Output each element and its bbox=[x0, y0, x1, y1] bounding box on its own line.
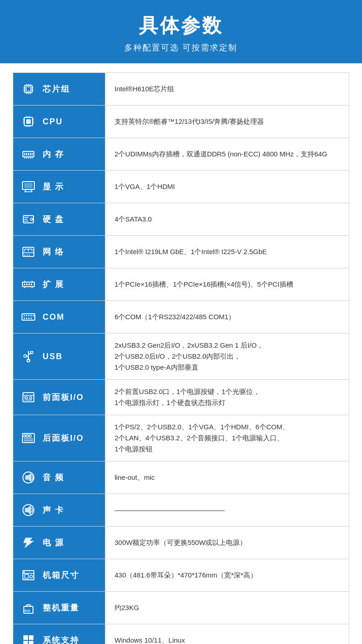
chassis-icon bbox=[19, 566, 38, 585]
audio-icon bbox=[19, 468, 38, 487]
expansion-icon bbox=[19, 275, 38, 294]
spec-row-display: 显 示1个VGA、1个HDMI bbox=[13, 170, 349, 203]
spec-value-com: 6个COM（1个RS232/422/485 COM1） bbox=[105, 301, 349, 333]
network-icon bbox=[19, 242, 38, 261]
spec-label-text-storage: 硬 盘 bbox=[43, 214, 64, 225]
spec-row-power: 电 源300W额定功率（可更换550W或以上电源） bbox=[13, 526, 349, 559]
spec-label-chipset: 芯片组 bbox=[13, 73, 105, 105]
spec-value-os: Windows 10/11、Linux bbox=[105, 624, 349, 644]
spec-label-text-weight: 整机重量 bbox=[43, 602, 79, 613]
spec-label-display: 显 示 bbox=[13, 171, 105, 203]
spec-row-chipset: 芯片组Intel®H610E芯片组 bbox=[13, 72, 349, 105]
spec-label-text-rear-panel: 后面板I/O bbox=[43, 433, 84, 444]
svg-rect-33 bbox=[32, 153, 33, 155]
svg-rect-60 bbox=[26, 283, 27, 285]
spec-label-text-com: COM bbox=[43, 312, 65, 322]
spec-label-usb: USB bbox=[13, 333, 105, 379]
svg-rect-31 bbox=[28, 153, 29, 155]
svg-rect-90 bbox=[27, 435, 28, 437]
front-panel-icon bbox=[19, 388, 38, 407]
svg-rect-107 bbox=[23, 641, 28, 644]
spec-label-cpu: CPU bbox=[13, 105, 105, 138]
spec-label-text-front-panel: 前面板I/O bbox=[43, 392, 84, 403]
spec-value-front-panel: 2个前置USB2.0口，1个电源按键，1个光驱位，1个电源指示灯，1个硬盘状态指… bbox=[105, 380, 349, 415]
display-icon bbox=[19, 177, 38, 196]
spec-value-expansion: 1个PCIe×16插槽、1个PCIe×16插槽(×4信号)、5个PCI插槽 bbox=[105, 268, 349, 300]
spec-row-com: COM6个COM（1个RS232/422/485 COM1） bbox=[13, 300, 349, 333]
spec-value-display: 1个VGA、1个HDMI bbox=[105, 171, 349, 203]
chipset-icon bbox=[19, 79, 38, 99]
svg-rect-1 bbox=[26, 87, 31, 91]
svg-point-102 bbox=[30, 575, 33, 578]
page-subtitle: 多种配置可选 可按需求定制 bbox=[9, 42, 353, 53]
soundcard-icon bbox=[19, 500, 38, 520]
spec-row-soundcard: 声 卡———————————————— bbox=[13, 494, 349, 527]
power-icon bbox=[19, 533, 38, 552]
spec-label-text-power: 电 源 bbox=[43, 537, 64, 548]
spec-row-cpu: CPU支持英特尔®酷睿™12/13代I3/I5/奔腾/赛扬处理器 bbox=[13, 105, 349, 138]
svg-marker-95 bbox=[26, 473, 31, 482]
svg-rect-32 bbox=[30, 153, 31, 155]
spec-label-text-chipset: 芯片组 bbox=[43, 83, 70, 94]
weight-icon: KG bbox=[19, 598, 38, 617]
svg-rect-61 bbox=[28, 283, 30, 285]
spec-label-rear-panel: 后面板I/O bbox=[13, 415, 105, 461]
spec-label-text-usb: USB bbox=[43, 352, 63, 361]
usb-icon bbox=[19, 347, 38, 366]
header: 具体参数 多种配置可选 可按需求定制 bbox=[0, 0, 362, 63]
svg-rect-101 bbox=[25, 574, 28, 578]
spec-label-text-expansion: 扩 展 bbox=[43, 279, 64, 290]
spec-label-front-panel: 前面板I/O bbox=[13, 380, 105, 415]
spec-label-storage: 硬 盘 bbox=[13, 203, 105, 235]
spec-row-storage: 硬 盘4个SATA3.0 bbox=[13, 203, 349, 236]
svg-point-74 bbox=[26, 318, 27, 319]
spec-row-memory: 内 存2个UDIMMs内存插槽，双通道DDR5 (non-ECC) 4800 M… bbox=[13, 138, 349, 171]
svg-point-100 bbox=[24, 572, 25, 573]
spec-value-network: 1个Intel® I219LM GbE、1个Intel® I225-V 2.5G… bbox=[105, 236, 349, 268]
com-icon bbox=[19, 307, 38, 327]
page-title: 具体参数 bbox=[9, 13, 353, 39]
spec-row-os: 系统支持Windows 10/11、Linux bbox=[13, 624, 349, 644]
svg-rect-91 bbox=[29, 435, 31, 437]
svg-point-45 bbox=[31, 218, 33, 221]
svg-rect-43 bbox=[24, 183, 33, 188]
spec-label-os: 系统支持 bbox=[13, 624, 105, 644]
rear-panel-icon bbox=[19, 428, 38, 448]
svg-marker-97 bbox=[25, 506, 31, 514]
spec-row-expansion: 扩 展1个PCIe×16插槽、1个PCIe×16插槽(×4信号)、5个PCI插槽 bbox=[13, 268, 349, 301]
spec-label-text-soundcard: 声 卡 bbox=[43, 505, 64, 516]
spec-value-rear-panel: 1个PS/2、2个USB2.0、1个VGA、1个HDMI、6个COM、2个LAN… bbox=[105, 415, 349, 461]
spec-label-memory: 内 存 bbox=[13, 138, 105, 170]
spec-value-weight: 约23KG bbox=[105, 592, 349, 624]
spec-label-expansion: 扩 展 bbox=[13, 268, 105, 300]
storage-icon bbox=[19, 210, 38, 229]
spec-value-audio: line-out、mic bbox=[105, 461, 349, 494]
spec-row-chassis: 机箱尺寸430（481.6带耳朵）*470*176mm（宽*深*高） bbox=[13, 559, 349, 592]
svg-point-76 bbox=[31, 318, 32, 319]
svg-text:KG: KG bbox=[25, 609, 30, 613]
spec-row-front-panel: 前面板I/O2个前置USB2.0口，1个电源按键，1个光驱位，1个电源指示灯，1… bbox=[13, 379, 349, 415]
spec-label-weight: KG 整机重量 bbox=[13, 592, 105, 624]
spec-label-text-chassis: 机箱尺寸 bbox=[43, 570, 79, 581]
svg-point-68 bbox=[24, 315, 25, 316]
svg-rect-80 bbox=[30, 351, 33, 354]
svg-point-71 bbox=[31, 315, 32, 316]
svg-rect-106 bbox=[29, 635, 33, 640]
spec-label-soundcard: 声 卡 bbox=[13, 494, 105, 526]
spec-row-usb: USB2xUSB3.2 Gen2后I/O，2xUSB3.2 Gen 1 后I/O… bbox=[13, 333, 349, 380]
spec-label-chassis: 机箱尺寸 bbox=[13, 559, 105, 591]
svg-rect-105 bbox=[23, 635, 28, 640]
spec-label-power: 电 源 bbox=[13, 527, 105, 559]
spec-label-audio: 音 频 bbox=[13, 461, 105, 494]
svg-rect-15 bbox=[26, 119, 31, 124]
spec-row-rear-panel: 后面板I/O1个PS/2、2个USB2.0、1个VGA、1个HDMI、6个COM… bbox=[13, 415, 349, 461]
svg-rect-30 bbox=[26, 153, 27, 155]
spec-value-chassis: 430（481.6带耳朵）*470*176mm（宽*深*高） bbox=[105, 559, 349, 591]
spec-label-text-memory: 内 存 bbox=[43, 149, 64, 160]
os-icon bbox=[19, 631, 38, 644]
spec-label-text-audio: 音 频 bbox=[43, 472, 64, 483]
spec-label-network: 网 络 bbox=[13, 236, 105, 268]
memory-icon bbox=[19, 144, 38, 164]
spec-label-text-cpu: CPU bbox=[43, 117, 63, 127]
cpu-icon bbox=[19, 112, 38, 131]
